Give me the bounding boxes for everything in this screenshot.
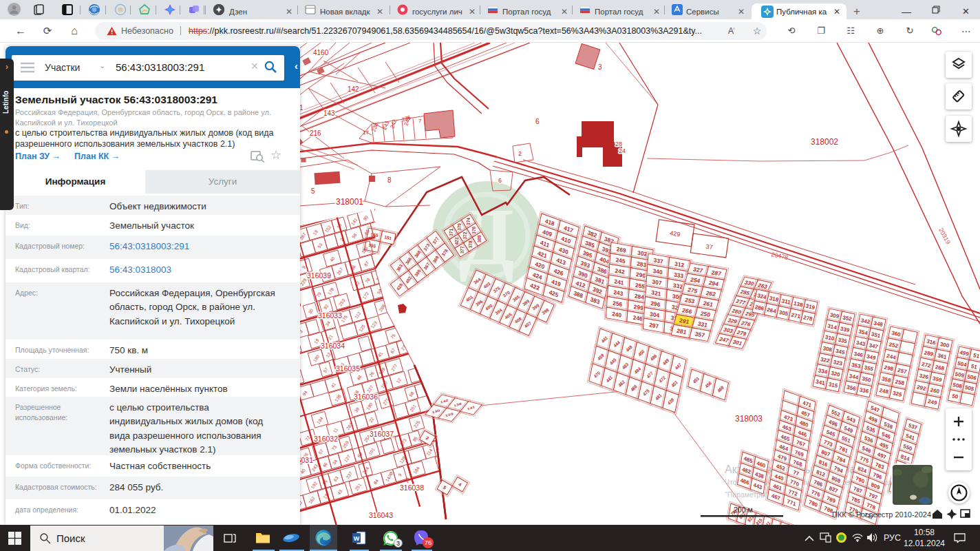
svg-text:5: 5 xyxy=(311,187,315,195)
svg-text:316033: 316033 xyxy=(318,311,342,320)
svg-text:8: 8 xyxy=(387,176,392,184)
svg-text:377: 377 xyxy=(460,246,465,253)
svg-text:316038: 316038 xyxy=(400,484,424,492)
svg-text:318001: 318001 xyxy=(336,197,363,207)
svg-text:216: 216 xyxy=(310,129,321,137)
svg-text:3: 3 xyxy=(598,63,602,71)
svg-text:2: 2 xyxy=(518,150,522,157)
svg-text:17: 17 xyxy=(363,129,369,136)
svg-text:24: 24 xyxy=(619,147,626,154)
svg-text:374: 374 xyxy=(466,218,471,225)
svg-text:316036: 316036 xyxy=(354,393,378,401)
svg-text:7: 7 xyxy=(418,118,422,124)
svg-text:37: 37 xyxy=(705,243,713,251)
svg-text:316043: 316043 xyxy=(369,511,393,519)
svg-text:316034: 316034 xyxy=(321,342,345,350)
svg-text:ПКК © Росреестр 2010-2024: ПКК © Росреестр 2010-2024 xyxy=(832,510,931,519)
svg-text:6: 6 xyxy=(535,118,540,125)
svg-text:378: 378 xyxy=(468,240,473,248)
svg-text:318003: 318003 xyxy=(735,414,763,424)
svg-text:4160: 4160 xyxy=(313,49,329,56)
svg-text:369: 369 xyxy=(477,235,482,242)
svg-text:316032: 316032 xyxy=(314,435,338,443)
svg-text:6: 6 xyxy=(498,177,502,184)
svg-text:376: 376 xyxy=(471,226,476,233)
svg-text:379: 379 xyxy=(457,223,462,231)
svg-text:316039: 316039 xyxy=(307,271,331,280)
svg-text:316037: 316037 xyxy=(370,430,394,438)
svg-text:316035: 316035 xyxy=(336,364,360,373)
svg-text:W: W xyxy=(354,535,360,542)
svg-text:318002: 318002 xyxy=(811,137,838,147)
svg-text:143: 143 xyxy=(323,110,335,117)
svg-text:429: 429 xyxy=(670,229,681,238)
svg-text:372: 372 xyxy=(462,231,467,239)
svg-text:200 м: 200 м xyxy=(734,506,753,514)
svg-text:6: 6 xyxy=(390,470,393,477)
svg-text:371: 371 xyxy=(449,229,454,236)
svg-text:142: 142 xyxy=(348,85,359,93)
svg-text:28: 28 xyxy=(615,141,622,147)
svg-text:423: 423 xyxy=(454,237,459,245)
